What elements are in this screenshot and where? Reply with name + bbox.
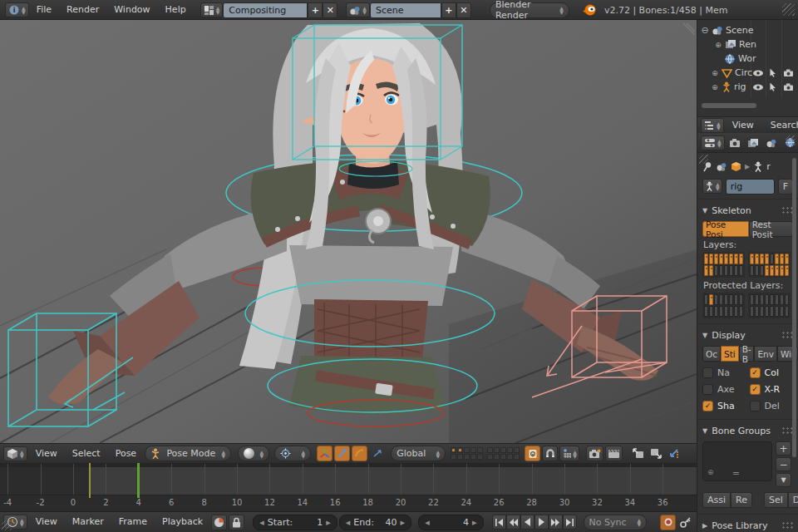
vp-menu-view[interactable]: View xyxy=(29,444,64,463)
scene-layer-toggle[interactable] xyxy=(477,454,483,460)
armature-layer-toggle[interactable] xyxy=(729,306,733,317)
scene-crumb-icon[interactable] xyxy=(716,161,727,172)
outliner-label[interactable]: rig xyxy=(734,81,746,92)
armature-layer-toggle[interactable] xyxy=(704,294,708,305)
snap-element-select[interactable] xyxy=(559,446,579,461)
armature-layer-toggle[interactable] xyxy=(734,294,738,305)
outliner-hscrollbar[interactable] xyxy=(702,103,756,108)
list-grip-icon[interactable]: ═ xyxy=(733,468,739,479)
armature-layer-toggle[interactable] xyxy=(755,306,759,317)
renderability-toggle[interactable] xyxy=(783,69,795,77)
opengl-render-button[interactable] xyxy=(586,446,603,461)
armature-layer-toggle[interactable] xyxy=(750,294,754,305)
armature-layer-toggle[interactable] xyxy=(755,254,759,264)
jump-to-start-button[interactable] xyxy=(492,515,506,530)
armature-layer-toggle[interactable] xyxy=(734,265,738,276)
armature-layer-toggle[interactable] xyxy=(775,294,779,305)
pose-position-button[interactable]: Pose Posi xyxy=(702,221,749,237)
armature-layer-toggle[interactable] xyxy=(719,265,723,276)
add-screen-layout-button[interactable]: + xyxy=(308,2,323,18)
selectability-toggle[interactable] xyxy=(769,82,776,91)
properties-scrollbar[interactable] xyxy=(792,158,796,457)
list-add-icon[interactable]: ⊕ xyxy=(707,468,714,476)
armature-layer-toggle[interactable] xyxy=(770,306,774,317)
selectability-toggle[interactable] xyxy=(769,68,776,77)
delete-scene-button[interactable]: ✕ xyxy=(456,2,471,18)
armature-layer-toggle[interactable] xyxy=(785,265,789,276)
armature-datablock-button[interactable] xyxy=(702,179,722,194)
armature-crumb-icon[interactable] xyxy=(753,161,763,172)
armature-layer-toggle[interactable] xyxy=(714,294,718,305)
outliner-label[interactable]: Scene xyxy=(726,25,754,36)
ol-menu-view[interactable]: View xyxy=(724,117,762,134)
bone-groups-list[interactable]: ⊕ ═ xyxy=(702,441,772,481)
scene-lock-button[interactable] xyxy=(525,446,540,461)
increment-icon[interactable] xyxy=(472,517,477,528)
visibility-toggle[interactable] xyxy=(752,69,764,77)
start-frame-field[interactable]: Start: 1 xyxy=(253,515,337,530)
pose-library-panel-header[interactable]: ▶ Pose Library xyxy=(702,517,793,532)
outliner-row-renderlayers[interactable]: ⊕ Ren xyxy=(701,37,798,52)
panel-drag-dots-icon[interactable] xyxy=(781,331,793,339)
scene-layer-toggle[interactable] xyxy=(451,454,456,460)
ol-menu-search[interactable]: Search xyxy=(762,117,798,134)
opengl-render-anim-button[interactable] xyxy=(605,446,623,461)
armature-layer-toggle[interactable] xyxy=(770,254,774,264)
paste-flipped-pose-button[interactable] xyxy=(666,446,682,461)
display-check-axe[interactable]: Axe xyxy=(702,382,746,397)
scene-layer-toggle[interactable] xyxy=(487,447,493,453)
armature-layer-toggle[interactable] xyxy=(760,265,764,276)
keyframe-line[interactable] xyxy=(89,463,91,498)
armature-layer-toggle[interactable] xyxy=(760,294,764,305)
armature-layer-toggle[interactable] xyxy=(739,294,743,305)
armature-layer-toggle[interactable] xyxy=(724,306,728,317)
auto-keyframe-button[interactable] xyxy=(660,515,676,530)
timeline-resize-grip[interactable] xyxy=(2,520,12,530)
increment-icon[interactable] xyxy=(326,517,331,528)
menu-file[interactable]: File xyxy=(29,0,59,20)
armature-layer-toggle[interactable] xyxy=(714,254,718,264)
armature-layer-toggle[interactable] xyxy=(765,254,769,264)
remove-button[interactable]: Re xyxy=(731,492,752,508)
display-mode-env[interactable]: Env xyxy=(754,346,777,362)
checkbox-icon[interactable] xyxy=(702,401,713,411)
armature-layer-toggle[interactable] xyxy=(709,294,713,305)
tl-menu-frame[interactable]: Frame xyxy=(112,512,154,532)
display-check-del[interactable]: Del xyxy=(750,398,794,413)
skeleton-panel-header[interactable]: ▼ Skeleton xyxy=(702,202,793,219)
bone-group-specials-button[interactable]: ▼ xyxy=(776,473,791,487)
panel-drag-dots-icon[interactable] xyxy=(781,426,793,435)
tab-render-layers[interactable] xyxy=(746,135,761,150)
armature-layer-toggle[interactable] xyxy=(770,294,774,305)
preview-range-button[interactable] xyxy=(211,515,227,530)
scene-layer-toggle[interactable] xyxy=(500,454,506,460)
armature-layer-toggle[interactable] xyxy=(770,265,774,276)
scene-layer-toggle[interactable] xyxy=(470,454,476,460)
timeline-tracks[interactable] xyxy=(0,463,697,495)
armature-layer-toggle[interactable] xyxy=(734,254,738,264)
transform-orientation-select[interactable]: Global xyxy=(391,446,446,461)
armature-layer-toggle[interactable] xyxy=(750,265,754,276)
armature-layer-toggle[interactable] xyxy=(729,254,733,264)
checkbox-icon[interactable] xyxy=(750,367,761,378)
editor-type-outliner-button[interactable] xyxy=(701,118,724,133)
lock-time-button[interactable] xyxy=(229,515,244,530)
scene-layer-toggle[interactable] xyxy=(514,447,520,453)
armature-layer-toggle[interactable] xyxy=(780,265,784,276)
display-panel-header[interactable]: ▼ Display xyxy=(702,327,793,343)
tl-menu-view[interactable]: View xyxy=(29,512,64,532)
armature-layer-toggle[interactable] xyxy=(714,265,718,276)
armature-layer-toggle[interactable] xyxy=(750,254,754,264)
tl-menu-playback[interactable]: Playback xyxy=(155,512,209,532)
armature-layer-toggle[interactable] xyxy=(704,254,708,264)
sync-mode-select[interactable]: No Sync xyxy=(584,515,647,530)
armature-layer-toggle[interactable] xyxy=(724,265,728,276)
armature-layer-toggle[interactable] xyxy=(765,265,769,276)
manipulator-scale-button[interactable] xyxy=(369,446,385,461)
panel-drag-dots-icon[interactable] xyxy=(781,206,793,214)
scene-name-field[interactable]: Scene xyxy=(370,2,441,18)
scene-layer-toggle[interactable] xyxy=(457,447,463,453)
select-button[interactable]: Sel xyxy=(764,492,788,508)
collapse-icon[interactable]: ⊖ xyxy=(701,25,709,36)
delete-screen-layout-button[interactable]: ✕ xyxy=(323,2,337,18)
